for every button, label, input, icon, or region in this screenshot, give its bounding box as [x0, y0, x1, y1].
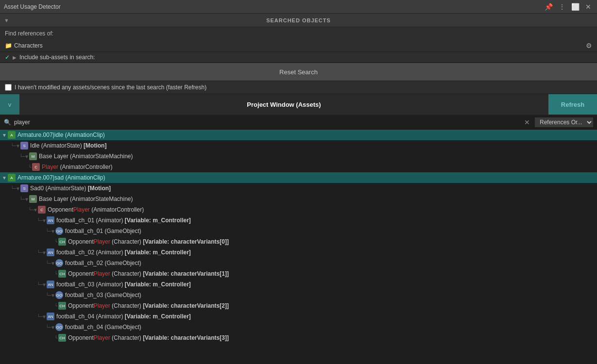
char-icon: CH	[58, 238, 66, 246]
tree-row[interactable]: └─▼ MBase Layer (AnimatorStateMachine)	[0, 151, 597, 162]
references-dropdown[interactable]: References Or...	[535, 117, 593, 127]
refresh-button[interactable]: Refresh	[548, 94, 597, 115]
tree-connector: └─▼	[46, 229, 54, 234]
tree-label: football_ch_04 (Animator) [Variable: m_C…	[56, 313, 191, 320]
tree-row[interactable]: └─▼ GOfootball_ch_03 (GameObject)	[0, 290, 597, 300]
tree-row[interactable]: └ CHOpponentPlayer (Character) [Variable…	[0, 268, 597, 279]
project-window-label: Project Window (Assets)	[19, 94, 548, 115]
title-bar: Asset Usage Detector 📌 ⋮ ⬜ ✕	[0, 0, 597, 14]
window-content: ▼ SEARCHED OBJECTS Find references of: 📁…	[0, 14, 597, 364]
animator-icon: AN	[47, 248, 54, 256]
faster-refresh-checkbox[interactable]	[5, 84, 12, 91]
state-icon: S	[20, 142, 28, 149]
tree-connector: └─▼	[46, 293, 54, 298]
tree-row[interactable]: └ CHOpponentPlayer (Character) [Variable…	[0, 332, 597, 343]
characters-label: 📁 Characters	[5, 42, 43, 49]
pin-button[interactable]: 📌	[543, 2, 555, 11]
faster-refresh-label: I haven't modified any assets/scenes sin…	[15, 84, 206, 91]
title-bar-controls: 📌 ⋮ ⬜ ✕	[543, 2, 593, 11]
app-title: Asset Usage Detector	[4, 3, 61, 10]
machine-icon: M	[29, 195, 37, 203]
tree-container[interactable]: ▼ AArmature.007|idle (AnimationClip)└─▼ …	[0, 130, 597, 364]
go-icon: GO	[55, 227, 63, 235]
tree-row[interactable]: └ CHOpponentPlayer (Character) [Variable…	[0, 236, 597, 247]
menu-button[interactable]: ⋮	[557, 2, 567, 11]
tree-row[interactable]: └─▼ GOfootball_ch_02 (GameObject)	[0, 258, 597, 268]
tree-row[interactable]: └─▼ ANfootball_ch_01 (Animator) [Variabl…	[0, 215, 597, 226]
tree-connector: └─▼	[11, 186, 19, 191]
tree-row[interactable]: ▼ AArmature.007|idle (AnimationClip)	[0, 130, 597, 140]
state-icon: S	[20, 184, 28, 192]
tree-arrow[interactable]: ▼	[2, 175, 7, 181]
tree-label: Player (AnimatorController)	[42, 164, 112, 170]
search-icon: 🔍	[4, 119, 11, 126]
tree-row[interactable]: └─▼ GOfootball_ch_01 (GameObject)	[0, 226, 597, 236]
tree-connector: └─▼	[37, 250, 46, 255]
checkbox-row: I haven't modified any assets/scenes sin…	[0, 81, 597, 94]
tree-row[interactable]: └─▼ ANfootball_ch_02 (Animator) [Variabl…	[0, 247, 597, 258]
go-icon: GO	[55, 291, 63, 299]
tree-connector: └─▼	[11, 143, 19, 149]
search-input[interactable]	[14, 119, 519, 126]
sub-assets-arrow[interactable]: ▶	[13, 55, 17, 60]
tree-arrow[interactable]: ▼	[2, 132, 7, 138]
section-dropdown-icon[interactable]: ▼	[4, 17, 9, 23]
project-window-bar: v Project Window (Assets) Refresh	[0, 94, 597, 116]
tree-connector: └	[28, 165, 31, 170]
find-ref-label: Find references of:	[5, 30, 53, 37]
bold-label-part: [Motion]	[88, 185, 111, 192]
animator-icon: AN	[47, 216, 54, 224]
settings-icon[interactable]: ⚙	[586, 42, 592, 50]
red-label-part: Player	[94, 238, 110, 245]
close-button[interactable]: ✕	[583, 2, 593, 11]
bold-label-part: [Variable: m_Controller]	[125, 281, 191, 288]
reset-search-button[interactable]: Reset Search	[0, 63, 597, 81]
folder-icon: 📁	[5, 42, 12, 49]
tree-label: OpponentPlayer (AnimatorController)	[48, 206, 144, 213]
clear-search-button[interactable]: ✕	[522, 118, 532, 126]
tree-row[interactable]: └─▼ GOfootball_ch_04 (GameObject)	[0, 322, 597, 332]
tree-row[interactable]: └─▼ ANfootball_ch_04 (Animator) [Variabl…	[0, 311, 597, 322]
tree-label: football_ch_02 (GameObject)	[65, 260, 141, 266]
tree-row[interactable]: └─▼ MBase Layer (AnimatorStateMachine)	[0, 194, 597, 204]
tree-row[interactable]: ▼ AArmature.007|sad (AnimationClip)	[0, 172, 597, 183]
tree-label: OpponentPlayer (Character) [Variable: ch…	[68, 302, 229, 309]
bold-label-part: [Variable: characterVariants[2]]	[143, 302, 229, 309]
tree-connector: └	[54, 303, 57, 309]
tree-connector: └	[54, 239, 57, 245]
char-icon: CH	[58, 270, 66, 278]
tree-row[interactable]: └─▼ COpponentPlayer (AnimatorController)	[0, 204, 597, 215]
bold-label-part: [Variable: m_Controller]	[125, 249, 191, 256]
searched-objects-label: SEARCHED OBJECTS	[266, 17, 331, 23]
tree-label: football_ch_04 (GameObject)	[65, 324, 141, 331]
tree-row[interactable]: └─▼ ANfootball_ch_03 (Animator) [Variabl…	[0, 279, 597, 290]
search-bar: 🔍 ✕ References Or...	[0, 116, 597, 130]
tree-row[interactable]: └ CPlayer (AnimatorController)	[0, 162, 597, 172]
restore-button[interactable]: ⬜	[569, 2, 581, 11]
tree-label: Armature.007|idle (AnimationClip)	[17, 132, 105, 138]
tree-label: football_ch_01 (GameObject)	[65, 228, 141, 234]
tree-connector: └─▼	[19, 197, 28, 202]
tree-label: football_ch_03 (GameObject)	[65, 292, 141, 298]
tree-row[interactable]: └─▼ SSad0 (AnimatorState) [Motion]	[0, 183, 597, 194]
tree-connector: └─▼	[37, 282, 46, 287]
bold-label-part: [Variable: m_Controller]	[125, 217, 191, 224]
bold-label-part: [Variable: m_Controller]	[125, 313, 191, 320]
red-label-part: Player	[94, 270, 110, 277]
sub-assets-row: ✓ ▶ Include sub-assets in search:	[0, 52, 597, 63]
bold-label-part: [Variable: characterVariants[3]]	[143, 334, 229, 341]
tree-label: football_ch_01 (Animator) [Variable: m_C…	[56, 217, 191, 224]
tree-row[interactable]: └─▼ SIdle (AnimatorState) [Motion]	[0, 140, 597, 151]
checkmark-icon: ✓	[5, 54, 10, 61]
bold-label-part: [Variable: characterVariants[1]]	[143, 270, 229, 277]
tree-connector: └─▼	[46, 261, 54, 266]
tree-connector: └─▼	[46, 325, 54, 330]
tree-connector: └─▼	[37, 314, 46, 319]
tree-row[interactable]: └ CHOpponentPlayer (Character) [Variable…	[0, 300, 597, 311]
red-label-part: Player	[94, 334, 110, 341]
tree-label: football_ch_03 (Animator) [Variable: m_C…	[56, 281, 191, 288]
v-button[interactable]: v	[0, 94, 19, 115]
tree-label: Base Layer (AnimatorStateMachine)	[39, 153, 133, 160]
sub-assets-label: Include sub-assets in search:	[19, 54, 95, 61]
tree-label: OpponentPlayer (Character) [Variable: ch…	[68, 238, 229, 245]
